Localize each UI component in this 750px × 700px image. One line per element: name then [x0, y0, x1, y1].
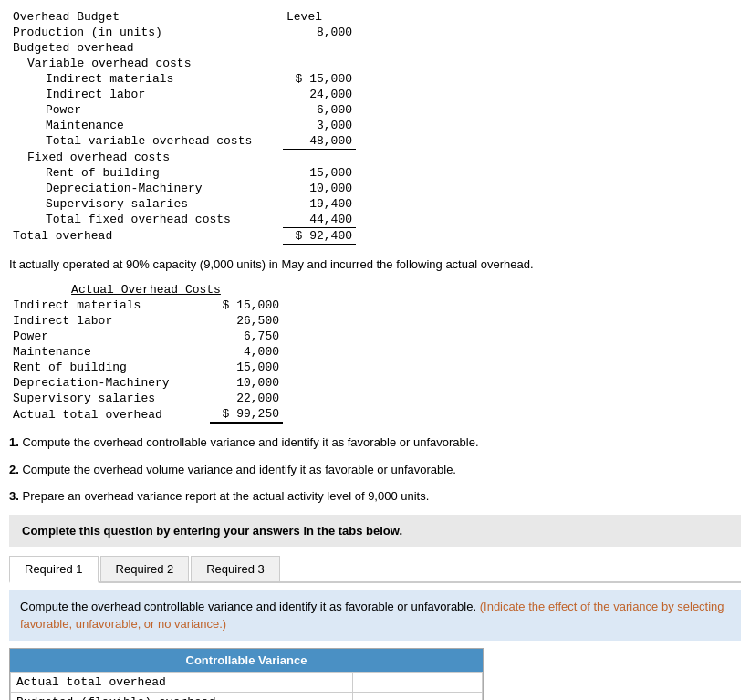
budgeted-flexible-value-cell	[224, 692, 353, 700]
controllable-variance-header: Controllable Variance	[10, 649, 483, 672]
table-row: Actual total overhead	[11, 672, 483, 692]
maintenance-label: Maintenance	[9, 118, 283, 133]
actual-rent-label: Rent of building	[9, 360, 210, 375]
q3-num: 3.	[9, 489, 19, 503]
budget-title-cell: Overhead Budget	[9, 9, 283, 25]
budgeted-flexible-label: Budgeted (flexible) overhead	[11, 692, 224, 700]
tab-required-2[interactable]: Required 2	[100, 556, 190, 581]
indirect-materials-label: Indirect materials	[9, 71, 283, 87]
actual-total-overhead-label: Actual total overhead	[11, 672, 224, 692]
supervisory-label: Supervisory salaries	[9, 196, 283, 212]
table-row: Budgeted (flexible) overhead	[11, 692, 483, 700]
actual-indirect-materials-label: Indirect materials	[9, 298, 210, 313]
power-label: Power	[9, 102, 283, 118]
actual-indirect-labor-label: Indirect labor	[9, 313, 210, 329]
instruction-box: Compute the overhead controllable varian…	[9, 590, 741, 641]
total-variable-value: 48,000	[283, 133, 356, 150]
actual-indirect-materials-value: $ 15,000	[210, 298, 283, 313]
q2-text: Compute the overhead volume variance and…	[22, 463, 456, 476]
power-value: 6,000	[283, 102, 356, 118]
depreciation-value: 10,000	[283, 181, 356, 196]
production-value: 8,000	[283, 25, 356, 40]
question-box: Complete this question by entering your …	[9, 515, 741, 547]
questions-section: 1. Compute the overhead controllable var…	[9, 434, 741, 506]
question-2: 2. Compute the overhead volume variance …	[9, 461, 741, 479]
fixed-overhead-costs-label: Fixed overhead costs	[9, 150, 283, 165]
actual-power-value: 6,750	[210, 329, 283, 344]
total-overhead-label: Total overhead	[9, 227, 283, 245]
indirect-labor-label: Indirect labor	[9, 87, 283, 102]
maintenance-value: 3,000	[283, 118, 356, 133]
actual-title: Actual Overhead Costs	[9, 282, 283, 298]
actual-total-value: $ 99,250	[210, 406, 283, 423]
budget-section: Overhead Budget Level Production (in uni…	[9, 9, 741, 246]
actual-total-overhead-effect-cell	[353, 672, 483, 692]
tab-required-1[interactable]: Required 1	[9, 556, 99, 583]
total-fixed-label: Total fixed overhead costs	[9, 212, 283, 228]
supervisory-value: 19,400	[283, 196, 356, 212]
level-label-cell: Level	[283, 9, 356, 25]
production-label: Production (in units)	[9, 25, 283, 40]
rent-value: 15,000	[283, 165, 356, 181]
actual-depreciation-label: Depreciation-Machinery	[9, 375, 210, 391]
rent-label: Rent of building	[9, 165, 283, 181]
actual-depreciation-value: 10,000	[210, 375, 283, 391]
actual-total-label: Actual total overhead	[9, 406, 210, 423]
total-variable-label: Total variable overhead costs	[9, 133, 283, 150]
actual-total-overhead-input-cell[interactable]	[224, 672, 353, 692]
controllable-variance-wrap: Controllable Variance Actual total overh…	[9, 648, 484, 701]
controllable-variance-table: Actual total overhead Budgeted (flexible…	[10, 672, 483, 701]
tabs-container: Required 1 Required 2 Required 3	[9, 556, 741, 583]
depreciation-label: Depreciation-Machinery	[9, 181, 283, 196]
actual-rent-value: 15,000	[210, 360, 283, 375]
actual-table: Actual Overhead Costs Indirect materials…	[9, 282, 283, 424]
q1-num: 1.	[9, 435, 19, 449]
q3-text: Prepare an overhead variance report at t…	[22, 489, 429, 503]
total-fixed-value: 44,400	[283, 212, 356, 228]
actual-supervisory-label: Supervisory salaries	[9, 391, 210, 406]
variable-overhead-costs-label: Variable overhead costs	[9, 56, 283, 71]
budget-table: Overhead Budget Level Production (in uni…	[9, 9, 356, 246]
actual-maintenance-value: 4,000	[210, 344, 283, 360]
actual-power-label: Power	[9, 329, 210, 344]
tab-required-3[interactable]: Required 3	[191, 556, 280, 581]
q1-text: Compute the overhead controllable varian…	[22, 435, 478, 449]
indirect-materials-value: $ 15,000	[283, 71, 356, 87]
paragraph: It actually operated at 90% capacity (9,…	[9, 256, 741, 274]
indirect-labor-value: 24,000	[283, 87, 356, 102]
instruction-main: Compute the overhead controllable varian…	[20, 600, 476, 613]
actual-supervisory-value: 22,000	[210, 391, 283, 406]
actual-indirect-labor-value: 26,500	[210, 313, 283, 329]
q2-num: 2.	[9, 463, 19, 476]
budgeted-flexible-effect-cell	[353, 692, 483, 700]
actual-section: Actual Overhead Costs Indirect materials…	[9, 282, 741, 424]
budgeted-overhead-label: Budgeted overhead	[9, 40, 283, 56]
tabs-row: Required 1 Required 2 Required 3	[9, 556, 741, 583]
actual-maintenance-label: Maintenance	[9, 344, 210, 360]
total-overhead-value: $ 92,400	[283, 227, 356, 245]
actual-total-overhead-input[interactable]	[230, 675, 348, 689]
question-1: 1. Compute the overhead controllable var…	[9, 434, 741, 452]
question-3: 3. Prepare an overhead variance report a…	[9, 487, 741, 506]
